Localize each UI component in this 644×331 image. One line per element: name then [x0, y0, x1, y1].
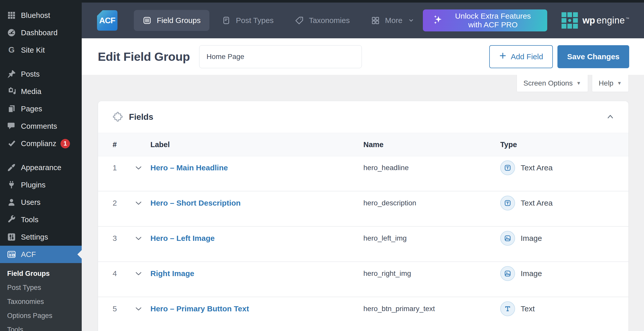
- sidebar-item-plugins[interactable]: Plugins: [0, 176, 82, 194]
- sidebar-item-tools[interactable]: Tools: [0, 211, 82, 228]
- field-type-label: Text Area: [521, 163, 553, 172]
- sidebar-item-posts[interactable]: Posts: [0, 65, 82, 83]
- fields-table-header: # Label Name Type: [98, 133, 628, 156]
- sidebar-item-icon: [7, 121, 16, 131]
- field-type-label: Text Area: [521, 199, 553, 207]
- field-order-number: 5: [113, 304, 136, 313]
- puzzle-icon: [113, 112, 123, 122]
- sidebar-item-settings[interactable]: Settings: [0, 228, 82, 246]
- nav-tab-label: Taxonomies: [309, 16, 350, 25]
- submenu-item-label: Taxonomies: [7, 298, 44, 306]
- acf-top-nav: ACF Field Groups Post Types Taxonomies: [82, 3, 644, 38]
- submenu-item-taxonomies[interactable]: Taxonomies: [0, 295, 82, 309]
- field-row-hero-primary-button-text: 5 Hero – Primary Button Text hero_btn_pr…: [98, 301, 628, 331]
- save-changes-button[interactable]: Save Changes: [557, 45, 629, 68]
- sidebar-item-icon: [7, 232, 16, 242]
- field-label-link[interactable]: Hero – Primary Button Text: [150, 304, 363, 313]
- submenu-item-label: Field Groups: [7, 270, 50, 278]
- chevron-up-icon[interactable]: [606, 113, 614, 121]
- field-type-cell: Image: [500, 231, 628, 246]
- chevron-down-icon[interactable]: [136, 307, 150, 311]
- sidebar-item-icon: [7, 180, 16, 190]
- sidebar-item-pages[interactable]: Pages: [0, 100, 82, 117]
- sidebar-item-icon: [7, 28, 16, 38]
- unlock-acf-pro-button[interactable]: Unlock Extra Features with ACF PRO: [423, 9, 547, 31]
- sidebar-item-label: Settings: [21, 233, 48, 241]
- sidebar-item-appearance[interactable]: Appearance: [0, 159, 82, 176]
- sidebar-item-users[interactable]: Users: [0, 194, 82, 211]
- screen-meta-tabs: Screen Options ▼ Help ▼: [517, 75, 629, 92]
- sparkles-icon: [433, 14, 444, 27]
- chevron-down-icon[interactable]: [136, 201, 150, 205]
- nav-tab-icon: [371, 16, 380, 25]
- chevron-down-icon[interactable]: [136, 166, 150, 170]
- field-type-icon: [500, 301, 515, 316]
- field-label-link[interactable]: Hero – Short Description: [150, 199, 363, 207]
- nav-tab-taxonomies[interactable]: Taxonomies: [286, 10, 359, 31]
- sidebar-item-comments[interactable]: Comments: [0, 117, 82, 135]
- sidebar-item-label: Site Kit: [21, 46, 45, 54]
- submenu-item-options-pages[interactable]: Options Pages: [0, 309, 82, 323]
- column-header-type: Type: [500, 140, 628, 149]
- nav-tab-post-types[interactable]: Post Types: [213, 10, 282, 31]
- triangle-down-icon: ▼: [576, 80, 581, 86]
- field-label-link[interactable]: Hero – Main Headline: [150, 163, 363, 172]
- nav-tab-field-groups[interactable]: Field Groups: [134, 10, 209, 31]
- fields-panel-title: Fields: [129, 112, 153, 122]
- admin-menu: Bluehost Dashboard G Site Kit Posts Medi…: [0, 0, 82, 263]
- sidebar-item-label: Users: [21, 198, 41, 207]
- nav-tab-label: More: [385, 16, 402, 25]
- submenu-item-label: Post Types: [7, 284, 41, 292]
- wpengine-wordmark: wp engine ™: [582, 15, 629, 26]
- sidebar-item-complianz[interactable]: Complianz 1: [0, 135, 82, 152]
- wpengine-mark-icon: [562, 12, 578, 29]
- sidebar-item-icon: [7, 10, 16, 20]
- sidebar-item-icon: [7, 163, 16, 172]
- pro-button-label: Unlock Extra Features with ACF PRO: [449, 12, 537, 29]
- submenu-item-tools[interactable]: Tools: [0, 323, 82, 331]
- field-order-number: 2: [113, 199, 136, 207]
- field-type-label: Image: [521, 234, 542, 243]
- field-order-number: 4: [113, 269, 136, 278]
- sidebar-item-icon: [7, 104, 16, 114]
- triangle-down-icon: ▼: [617, 80, 622, 86]
- field-name: hero_headline: [363, 164, 500, 172]
- add-field-button[interactable]: Add Field: [489, 45, 553, 68]
- acf-logo: ACF: [97, 10, 117, 31]
- sidebar-item-icon: [7, 69, 16, 79]
- fields-panel-header: Fields: [98, 101, 628, 133]
- help-tab[interactable]: Help ▼: [592, 75, 629, 92]
- submenu-item-post-types[interactable]: Post Types: [0, 281, 82, 295]
- chevron-down-icon[interactable]: [136, 272, 150, 276]
- wpengine-logo: wp engine ™: [562, 12, 629, 29]
- field-type-cell: Text Area: [500, 196, 628, 210]
- field-order-number: 1: [113, 163, 136, 172]
- admin-sidebar: Bluehost Dashboard G Site Kit Posts Medi…: [0, 0, 82, 331]
- sidebar-item-label: Dashboard: [21, 29, 58, 37]
- sidebar-item-dashboard[interactable]: Dashboard: [0, 24, 82, 41]
- nav-tab-more[interactable]: More: [362, 10, 423, 31]
- field-label-link[interactable]: Hero – Left Image: [150, 234, 363, 243]
- content-area: Fields # Label Name Type 1 Hero – Main H…: [82, 75, 644, 331]
- chevron-down-icon[interactable]: [136, 237, 150, 240]
- sidebar-item-media[interactable]: Media: [0, 83, 82, 100]
- nav-tab-label: Post Types: [236, 16, 274, 25]
- sidebar-item-acf[interactable]: ACF: [0, 246, 82, 263]
- submenu-item-field-groups[interactable]: Field Groups: [0, 267, 82, 281]
- field-row-hero-main-headline: 1 Hero – Main Headline hero_headline Tex…: [98, 160, 628, 192]
- svg-text:G: G: [8, 45, 15, 54]
- sidebar-item-icon: [7, 197, 16, 207]
- screen-options-tab[interactable]: Screen Options ▼: [517, 75, 588, 92]
- field-name: hero_btn_primary_text: [363, 305, 500, 313]
- field-group-title-input[interactable]: [199, 45, 362, 68]
- field-label-link[interactable]: Right Image: [150, 269, 363, 278]
- sidebar-item-label: ACF: [21, 250, 36, 259]
- sidebar-item-bluehost[interactable]: Bluehost: [0, 7, 82, 24]
- column-header-name: Name: [363, 140, 500, 149]
- submenu-item-label: Options Pages: [7, 312, 52, 320]
- sidebar-item-label: Tools: [21, 216, 39, 224]
- field-type-cell: Text Area: [500, 160, 628, 175]
- sidebar-item-label: Complianz: [21, 139, 56, 148]
- chevron-down-icon: [408, 17, 414, 23]
- sidebar-item-site-kit[interactable]: G Site Kit: [0, 41, 82, 59]
